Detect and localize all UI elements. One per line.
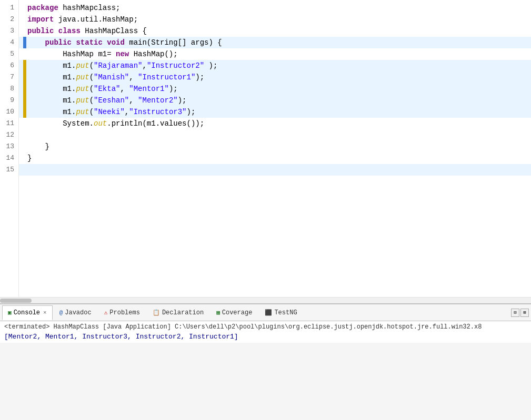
code-line: } (19, 152, 531, 164)
line-number: 10 (2, 106, 14, 118)
line-marker (23, 71, 26, 83)
line-marker (23, 129, 26, 141)
scrollbar-area[interactable] (0, 297, 531, 303)
code-line (19, 129, 531, 141)
output-line: [Mentor2, Mentor1, Instructor3, Instruct… (4, 333, 527, 341)
coverage-tab-icon: ▦ (216, 309, 220, 316)
panel-buttons: ⊟⊞ (511, 309, 529, 317)
line-number: 4 (2, 37, 14, 48)
tab-javadoc[interactable]: @Javadoc (54, 305, 97, 320)
code-line: m1.put("Rajaraman","Instructor2" ); (19, 60, 531, 71)
console-tab-icon: ▣ (8, 309, 12, 316)
bottom-panel: ▣Console×@Javadoc⚠Problems📋Declaration▦C… (0, 303, 531, 420)
line-number: 7 (2, 71, 14, 83)
code-line (19, 164, 531, 176)
line-number: 8 (2, 83, 14, 95)
line-marker (23, 60, 26, 71)
line-number: 3 (2, 25, 14, 37)
line-number: 1 (2, 2, 14, 14)
line-number: 9 (2, 95, 14, 106)
testng-tab-icon: ⬛ (265, 309, 272, 316)
console-content: <terminated> HashMapClass [Java Applicat… (0, 321, 531, 343)
tab-problems[interactable]: ⚠Problems (98, 305, 146, 320)
javadoc-tab-label: Javadoc (65, 309, 91, 316)
tabs-bar: ▣Console×@Javadoc⚠Problems📋Declaration▦C… (0, 304, 531, 321)
line-marker (23, 95, 26, 106)
tab-declaration[interactable]: 📋Declaration (147, 305, 209, 320)
code-line: m1.put("Eeshan", "Mentor2"); (19, 95, 531, 106)
line-number: 2 (2, 14, 14, 25)
code-line: import java.util.HashMap; (19, 14, 531, 25)
code-lines[interactable]: package hashMapclass;import java.util.Ha… (19, 0, 531, 297)
line-marker (23, 164, 26, 176)
code-line: HashMap m1= new HashMap(); (19, 48, 531, 60)
line-number: 13 (2, 141, 14, 152)
code-line: public static void main(String[] args) { (19, 37, 531, 48)
line-number: 11 (2, 118, 14, 129)
javadoc-tab-icon: @ (59, 310, 63, 316)
terminated-line: <terminated> HashMapClass [Java Applicat… (4, 323, 527, 331)
code-line: m1.put("Ekta", "Mentor1"); (19, 83, 531, 95)
testng-tab-label: TestNG (274, 309, 297, 316)
line-number: 15 (2, 164, 14, 176)
line-numbers: 123456789101112131415 (0, 0, 19, 297)
code-line: package hashMapclass; (19, 2, 531, 14)
tab-testng[interactable]: ⬛TestNG (259, 305, 303, 320)
line-marker (23, 25, 26, 37)
editor-area: 123456789101112131415 package hashMapcla… (0, 0, 531, 297)
line-marker (23, 106, 26, 118)
code-line: } (19, 141, 531, 152)
declaration-tab-icon: 📋 (153, 309, 160, 316)
line-number: 12 (2, 129, 14, 141)
line-number: 5 (2, 48, 14, 60)
line-number: 14 (2, 152, 14, 164)
line-marker (23, 83, 26, 95)
code-line: m1.put("Neeki","Instructor3"); (19, 106, 531, 118)
line-marker (23, 14, 26, 25)
coverage-tab-label: Coverage (222, 309, 253, 316)
line-marker (23, 141, 26, 152)
line-marker (23, 37, 26, 48)
tab-console[interactable]: ▣Console× (2, 305, 53, 320)
declaration-tab-label: Declaration (162, 309, 204, 316)
maximize-panel-button[interactable]: ⊞ (520, 309, 529, 317)
line-marker (23, 2, 26, 14)
problems-tab-icon: ⚠ (104, 309, 108, 316)
console-tab-label: Console (14, 309, 40, 316)
line-marker (23, 152, 26, 164)
code-line: public class HashMapClass { (19, 25, 531, 37)
minimize-panel-button[interactable]: ⊟ (511, 309, 519, 317)
line-marker (23, 48, 26, 60)
problems-tab-label: Problems (109, 309, 140, 316)
console-tab-close[interactable]: × (43, 310, 47, 316)
line-number: 6 (2, 60, 14, 71)
line-marker (23, 118, 26, 129)
tab-coverage[interactable]: ▦Coverage (211, 305, 258, 320)
code-line: System.out.println(m1.values()); (19, 118, 531, 129)
code-line: m1.put("Manish", "Instructor1"); (19, 71, 531, 83)
